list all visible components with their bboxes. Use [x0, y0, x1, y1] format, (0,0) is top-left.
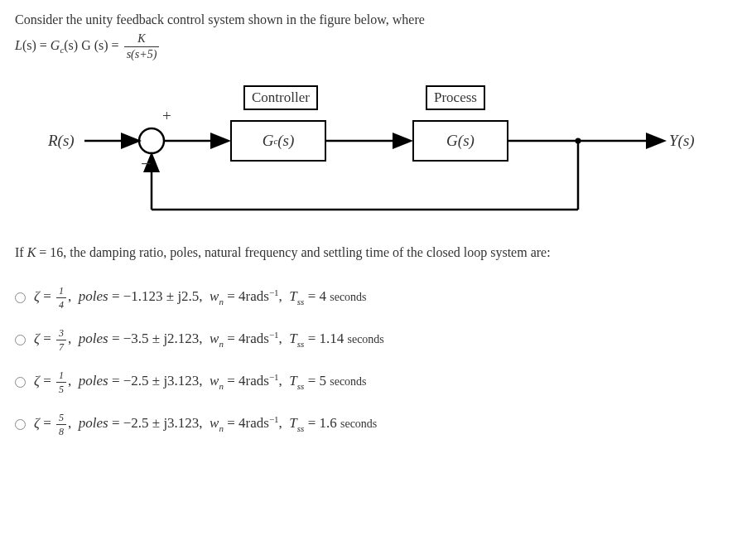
minus-sign: −	[141, 153, 151, 175]
followup-K: K	[27, 245, 36, 259]
question-prefix: Consider the unity feedback control syst…	[15, 12, 425, 27]
option-text: ζ = 58, poles = −2.5 ± j3.123, wn = 4rad…	[34, 413, 377, 437]
signal-r: R(s)	[48, 132, 75, 150]
option-text: ζ = 37, poles = −3.5 ± j2.123, wn = 4rad…	[34, 328, 384, 352]
gc-s: (s)	[277, 132, 294, 150]
option-0[interactable]: ζ = 14, poles = −1.123 ± j2.5, wn = 4rad…	[15, 286, 727, 310]
radio-icon[interactable]	[15, 335, 26, 345]
option-text: ζ = 14, poles = −1.123 ± j2.5, wn = 4rad…	[34, 286, 367, 310]
frac-num: K	[124, 33, 160, 47]
signal-y: Y(s)	[669, 132, 695, 150]
option-text: ζ = 15, poles = −2.5 ± j3.123, wn = 4rad…	[34, 370, 367, 394]
Gc: G	[51, 38, 60, 52]
followup-rest: , the damping ratio, poles, natural freq…	[63, 245, 550, 259]
radio-icon[interactable]	[15, 292, 26, 303]
process-label: Process	[426, 85, 485, 110]
gc-g: G	[263, 132, 274, 150]
svg-point-0	[139, 128, 164, 153]
eq1: =	[36, 38, 51, 52]
followup-text: If K = 16, the damping ratio, poles, nat…	[15, 243, 727, 263]
radio-icon[interactable]	[15, 377, 26, 388]
equation-line: L(s) = Gc(s) G (s) = K s(s+5)	[15, 33, 727, 60]
followup-eq: = 16	[36, 245, 63, 259]
followup-prefix: If	[15, 245, 27, 259]
lhs-L: L	[15, 38, 22, 52]
option-2[interactable]: ζ = 15, poles = −2.5 ± j3.123, wn = 4rad…	[15, 370, 727, 394]
gc-block: Gc(s)	[230, 120, 326, 162]
sG: (s) G (s) =	[64, 38, 122, 52]
question-text: Consider the unity feedback control syst…	[15, 10, 727, 30]
lhs-s: (s)	[22, 38, 36, 52]
radio-icon[interactable]	[15, 419, 26, 430]
option-1[interactable]: ζ = 37, poles = −3.5 ± j2.123, wn = 4rad…	[15, 328, 727, 352]
g-block: G(s)	[412, 120, 508, 162]
block-diagram: Controller Process Gc(s) G(s) R(s) Y(s) …	[48, 70, 702, 228]
plus-sign: +	[162, 107, 171, 125]
frac-den: s(s+5)	[124, 47, 160, 60]
controller-label: Controller	[243, 85, 318, 110]
option-3[interactable]: ζ = 58, poles = −2.5 ± j3.123, wn = 4rad…	[15, 413, 727, 437]
